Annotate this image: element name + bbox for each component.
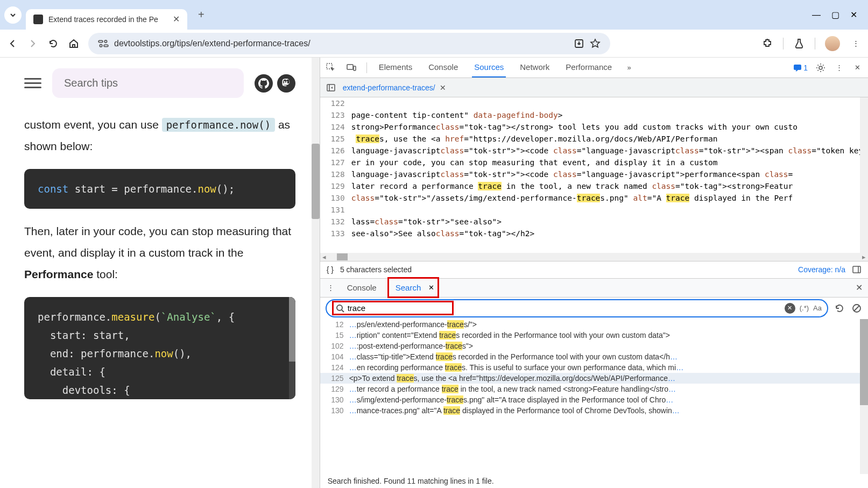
clear-search-button[interactable]: ✕	[785, 303, 795, 314]
device-toolbar-button[interactable]	[346, 62, 357, 73]
site-search-input[interactable]: Search tips	[52, 68, 244, 98]
browser-tab-strip: Extend traces recorded in the Pe ✕ + — ▢…	[0, 0, 868, 30]
search-result-row[interactable]: 104…class="tip-title">Extend traces reco…	[320, 351, 868, 362]
drawer-menu-button[interactable]: ⋮	[326, 282, 336, 293]
code-block: performance.measure(`Analyse`, { start: …	[24, 297, 295, 399]
refresh-search-button[interactable]	[834, 302, 845, 314]
devtools-tab-elements[interactable]: Elements	[377, 58, 415, 77]
mastodon-icon[interactable]	[277, 74, 295, 93]
browser-menu-button[interactable]: ⋮	[850, 38, 862, 49]
inspect-element-button[interactable]	[326, 62, 336, 73]
inline-code: performance.now()	[162, 118, 275, 132]
devtools-tab-network[interactable]: Network	[518, 58, 552, 77]
file-tab[interactable]: extend-performance-traces/ ✕	[343, 83, 446, 92]
page-scrollbar[interactable]	[312, 58, 320, 488]
devtools-menu-button[interactable]: ⋮	[834, 62, 844, 73]
svg-rect-7	[354, 66, 356, 70]
results-scrollbar[interactable]	[860, 319, 868, 475]
svg-point-2	[100, 44, 102, 46]
close-search-tab-button[interactable]: ✕	[428, 284, 434, 292]
search-result-row[interactable]: 125<p>To extend traces, use the <a href=…	[320, 373, 868, 384]
search-input[interactable]	[348, 303, 450, 313]
close-file-tab-button[interactable]: ✕	[440, 83, 446, 92]
toggle-navigator-button[interactable]	[326, 82, 336, 93]
editor-vertical-scrollbar[interactable]	[860, 97, 868, 253]
bookmark-star-icon[interactable]	[590, 38, 601, 49]
more-tabs-button[interactable]: »	[624, 62, 634, 73]
divider	[783, 38, 784, 49]
url-text: devtoolstips.org/tips/en/extend-performa…	[114, 39, 568, 48]
devtools-panel: ElementsConsoleSourcesNetworkPerformance…	[320, 58, 868, 488]
back-button[interactable]	[6, 38, 18, 49]
search-result-row[interactable]: 130…s/img/extend-performance-traces.png"…	[320, 394, 868, 405]
devtools-tab-console[interactable]: Console	[426, 58, 460, 77]
labs-button[interactable]	[793, 38, 805, 49]
extensions-button[interactable]	[761, 38, 773, 49]
search-result-row[interactable]: 124…en recording performance traces. Thi…	[320, 362, 868, 373]
svg-point-14	[337, 305, 342, 310]
case-sensitive-toggle[interactable]: Aa	[813, 304, 822, 312]
github-icon[interactable]	[255, 74, 273, 93]
search-icon	[336, 304, 344, 313]
svg-rect-1	[104, 45, 108, 46]
editor-status-bar: { } 5 characters selected Coverage: n/a	[320, 261, 868, 278]
svg-rect-0	[98, 40, 103, 42]
close-window-button[interactable]: ✕	[850, 10, 857, 20]
home-button[interactable]	[68, 38, 80, 49]
profile-avatar[interactable]	[825, 36, 840, 51]
maximize-button[interactable]: ▢	[831, 10, 839, 20]
search-result-row[interactable]: 15…ription" content="Extend traces recor…	[320, 330, 868, 341]
new-tab-button[interactable]: +	[198, 9, 204, 21]
svg-rect-6	[347, 65, 353, 69]
pretty-print-button[interactable]: { }	[327, 265, 334, 274]
site-controls-icon	[98, 38, 109, 49]
devtools-tab-bar: ElementsConsoleSourcesNetworkPerformance…	[320, 58, 868, 78]
article-body: custom event, you can use performance.no…	[24, 114, 295, 399]
close-tab-button[interactable]: ✕	[173, 14, 180, 24]
chevron-down-icon	[10, 12, 16, 18]
browser-toolbar: devtoolstips.org/tips/en/extend-performa…	[0, 30, 868, 58]
divider	[815, 38, 815, 49]
regex-toggle[interactable]: (.*)	[800, 304, 809, 312]
code-block: const start = performance.now();	[24, 169, 295, 209]
reload-button[interactable]	[47, 38, 59, 49]
editor-horizontal-scrollbar[interactable]: ◂ ▸	[320, 253, 868, 261]
tabs-dropdown-button[interactable]	[4, 6, 22, 24]
close-devtools-button[interactable]: ✕	[852, 62, 863, 73]
coverage-link[interactable]: Coverage: n/a	[798, 265, 845, 274]
page-viewport: Search tips custom event, you can use pe…	[0, 58, 320, 488]
favicon	[33, 15, 43, 24]
settings-button[interactable]	[815, 62, 826, 73]
window-controls: — ▢ ✕	[812, 10, 864, 20]
svg-point-9	[819, 66, 822, 69]
address-bar[interactable]: devtoolstips.org/tips/en/extend-performa…	[88, 33, 610, 54]
drawer-tab-console[interactable]: Console	[344, 280, 380, 295]
source-code-editor[interactable]: 122123124125126127128129130131132133 pag…	[320, 97, 868, 253]
search-status: Search finished. Found 11 matching lines…	[320, 474, 868, 488]
search-result-row[interactable]: 102…:post-extend-performance-traces">	[320, 341, 868, 351]
search-result-row[interactable]: 129…ter record a performance trace in th…	[320, 384, 868, 394]
devtools-tab-performance[interactable]: Performance	[563, 58, 614, 77]
forward-button[interactable]	[27, 38, 39, 49]
sources-file-tabs: extend-performance-traces/ ✕	[320, 78, 868, 97]
search-result-row[interactable]: 130…mance-traces.png" alt="A trace displ…	[320, 405, 868, 416]
clear-search-icon[interactable]	[851, 302, 863, 314]
messages-badge[interactable]: 1	[793, 63, 808, 72]
browser-tab[interactable]: Extend traces recorded in the Pe ✕	[26, 9, 187, 30]
minimize-button[interactable]: —	[812, 10, 821, 20]
svg-line-17	[854, 306, 859, 311]
svg-rect-8	[794, 65, 801, 70]
search-results-list: 12…ps/en/extend-performance-traces/">15……	[320, 319, 868, 475]
search-result-row[interactable]: 12…ps/en/extend-performance-traces/">	[320, 319, 868, 330]
hamburger-menu-button[interactable]	[24, 75, 41, 92]
devtools-tab-sources[interactable]: Sources	[472, 58, 506, 77]
drawer-tab-bar: ⋮ Console Search ✕ ✕	[320, 278, 868, 298]
svg-line-15	[342, 310, 344, 312]
selection-status: 5 characters selected	[340, 265, 412, 274]
svg-point-3	[104, 40, 107, 42]
drawer-tab-search[interactable]: Search	[392, 280, 425, 295]
toggle-sidebar-button[interactable]	[852, 265, 862, 274]
svg-rect-12	[853, 266, 860, 273]
close-drawer-button[interactable]: ✕	[856, 282, 863, 293]
install-app-icon[interactable]	[574, 38, 584, 49]
